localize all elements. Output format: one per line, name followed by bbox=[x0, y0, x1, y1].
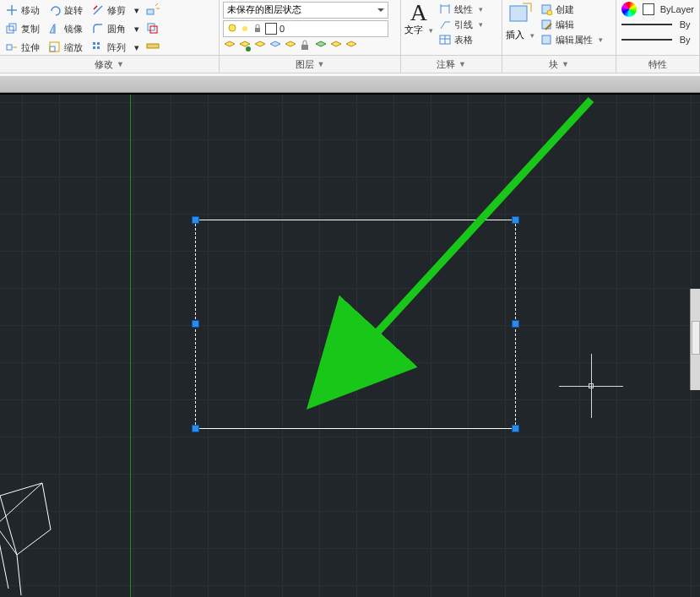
table-label: 表格 bbox=[454, 34, 473, 46]
linear-dim-label: 线性 bbox=[454, 3, 473, 16]
ribbon-area: 移动 旋转 修剪 ▾ bbox=[0, 0, 700, 76]
layer-tool-2[interactable] bbox=[238, 39, 252, 56]
array-icon bbox=[91, 41, 105, 54]
svg-rect-25 bbox=[301, 45, 308, 50]
stretch-icon bbox=[5, 41, 19, 54]
insert-button[interactable]: 插入 ▾ bbox=[506, 2, 534, 47]
svg-line-2 bbox=[94, 6, 102, 14]
scrollbar-thumb[interactable] bbox=[692, 321, 700, 355]
lock-icon bbox=[252, 24, 263, 34]
copy-icon bbox=[5, 22, 19, 35]
layer-selector[interactable]: 0 bbox=[223, 20, 388, 37]
edit-attr-label: 编辑属性 bbox=[556, 34, 593, 46]
table-button[interactable]: 表格 bbox=[437, 32, 485, 47]
linetype-dropdown[interactable]: By bbox=[620, 32, 696, 47]
color-dropdown[interactable]: ByLayer bbox=[620, 2, 696, 17]
mirror-label: 镜像 bbox=[64, 23, 83, 35]
lt-label: By bbox=[680, 35, 691, 45]
layer-tool-9[interactable] bbox=[345, 39, 358, 56]
layer-tool-1[interactable] bbox=[223, 39, 236, 56]
panel-labels: 修改▼ 图层▼ 注释▼ 块▼ 特性 bbox=[0, 55, 700, 73]
edit-block-icon bbox=[540, 18, 553, 31]
svg-point-34 bbox=[547, 10, 552, 15]
trim-icon bbox=[91, 3, 105, 17]
svg-point-21 bbox=[229, 24, 236, 31]
panel-label-layer[interactable]: 图层▼ bbox=[220, 56, 401, 73]
dropdown-icon[interactable]: ▾ bbox=[133, 40, 141, 55]
panel-label-props[interactable]: 特性 bbox=[616, 56, 700, 73]
panel-label-modify[interactable]: 修改▼ bbox=[0, 56, 220, 73]
layer-tool-8[interactable] bbox=[329, 39, 343, 56]
panel-modify: 移动 旋转 修剪 ▾ bbox=[0, 0, 220, 55]
svg-line-3 bbox=[94, 6, 97, 9]
svg-rect-37 bbox=[542, 35, 551, 44]
panel-properties: ByLayer By By bbox=[616, 0, 700, 55]
text-button[interactable]: A 文字 ▾ bbox=[404, 2, 433, 47]
edit-attr-icon bbox=[540, 33, 553, 46]
trim-label: 修剪 bbox=[107, 4, 126, 17]
svg-rect-14 bbox=[50, 46, 55, 52]
linear-dim-button[interactable]: 线性 ▾ bbox=[437, 2, 485, 17]
mirror-button[interactable]: 镜像 bbox=[46, 21, 84, 36]
layer-tool-6[interactable] bbox=[299, 39, 312, 56]
text-label: 文字 ▾ bbox=[404, 24, 433, 36]
sun-icon bbox=[240, 24, 250, 34]
rotate-button[interactable]: 旋转 bbox=[46, 3, 84, 18]
scale-button[interactable]: 缩放 bbox=[46, 40, 84, 55]
svg-line-5 bbox=[155, 3, 158, 6]
fillet-button[interactable]: 圆角 bbox=[90, 21, 128, 36]
edit-block-button[interactable]: 编辑 bbox=[538, 17, 605, 32]
color-bylayer-label: ByLayer bbox=[660, 4, 694, 14]
line-sample-icon bbox=[621, 24, 672, 25]
move-button[interactable]: 移动 bbox=[3, 3, 41, 18]
panel-label-anno[interactable]: 注释▼ bbox=[401, 56, 502, 73]
layer-tool-5[interactable] bbox=[284, 39, 297, 56]
panel-label-block[interactable]: 块▼ bbox=[502, 56, 616, 73]
edit-attr-button[interactable]: 编辑属性 ▾ bbox=[538, 32, 605, 47]
svg-rect-23 bbox=[255, 28, 260, 32]
explode-icon[interactable] bbox=[146, 2, 160, 19]
layer-tool-3[interactable] bbox=[253, 39, 267, 56]
copy-button[interactable]: 复制 bbox=[3, 21, 41, 36]
layer-tool-7[interactable] bbox=[314, 39, 328, 56]
scale-icon bbox=[48, 41, 62, 54]
svg-rect-16 bbox=[93, 42, 95, 45]
annotation-arrow bbox=[0, 95, 700, 597]
svg-rect-20 bbox=[147, 44, 159, 48]
fillet-icon bbox=[91, 22, 105, 35]
trim-button[interactable]: 修剪 bbox=[90, 3, 128, 18]
svg-rect-8 bbox=[9, 24, 16, 30]
dropdown-icon[interactable]: ▾ bbox=[133, 21, 141, 36]
lineweight-dropdown[interactable]: By bbox=[620, 17, 696, 32]
panel-block: 插入 ▾ 创建 编辑 编辑属性 ▾ bbox=[502, 0, 616, 55]
offset-icon[interactable] bbox=[146, 20, 160, 37]
leader-button[interactable]: 引线 ▾ bbox=[437, 17, 485, 32]
stretch-button[interactable]: 拉伸 bbox=[3, 40, 41, 55]
line-sample-icon bbox=[621, 39, 672, 41]
copy-label: 复制 bbox=[21, 23, 40, 35]
vertical-scrollbar[interactable] bbox=[690, 289, 700, 390]
array-button[interactable]: 阵列 bbox=[90, 40, 128, 55]
array-label: 阵列 bbox=[107, 41, 126, 54]
lw-label: By bbox=[680, 19, 691, 30]
panel-layer: 未保存的图层状态 0 bbox=[220, 0, 401, 55]
scale-label: 缩放 bbox=[64, 41, 83, 54]
svg-rect-35 bbox=[542, 20, 551, 29]
panel-annotation: A 文字 ▾ 线性 ▾ 引线 ▾ 表格 bbox=[401, 0, 502, 55]
layer-tool-4[interactable] bbox=[269, 39, 282, 56]
drawing-canvas[interactable] bbox=[0, 93, 700, 597]
edit-block-label: 编辑 bbox=[556, 19, 574, 31]
layer-state-dropdown[interactable]: 未保存的图层状态 bbox=[223, 2, 388, 19]
svg-rect-11 bbox=[150, 26, 157, 33]
measure-icon[interactable] bbox=[146, 39, 160, 56]
fillet-label: 圆角 bbox=[107, 23, 126, 35]
insert-label: 插入 ▾ bbox=[506, 29, 534, 41]
lightbulb-icon bbox=[227, 24, 237, 34]
move-icon bbox=[5, 3, 19, 17]
svg-rect-19 bbox=[97, 46, 100, 49]
ribbon-row: 移动 旋转 修剪 ▾ bbox=[0, 0, 700, 55]
dropdown-icon[interactable]: ▾ bbox=[133, 3, 141, 18]
mirror-icon bbox=[48, 22, 62, 35]
move-label: 移动 bbox=[21, 4, 40, 17]
create-block-button[interactable]: 创建 bbox=[538, 2, 605, 17]
